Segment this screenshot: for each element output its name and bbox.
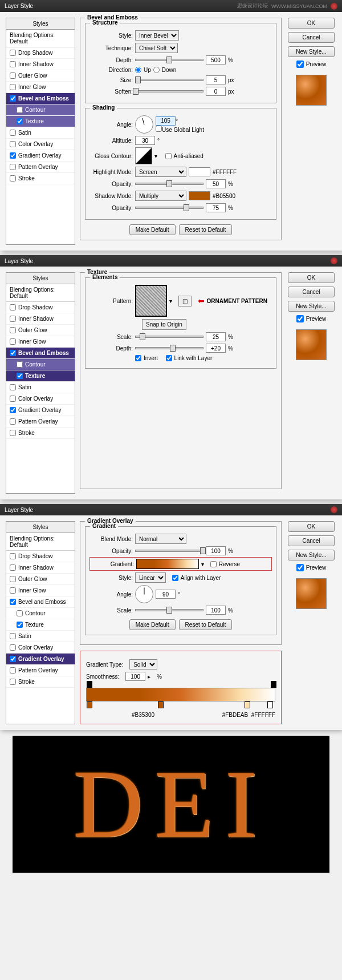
style-color-overlay[interactable]: Color Overlay	[6, 642, 75, 654]
style-satin[interactable]: Satin	[6, 631, 75, 642]
texture-depth-input[interactable]	[206, 344, 226, 353]
style-texture[interactable]: Texture	[6, 619, 75, 631]
new-style-button[interactable]: New Style...	[288, 46, 335, 57]
grad-scale-input[interactable]	[206, 606, 226, 615]
highlight-opacity-slider[interactable]	[135, 183, 203, 185]
preview-check[interactable]	[296, 564, 304, 571]
preview-check[interactable]	[296, 61, 304, 68]
style-bevel-emboss[interactable]: Bevel and Emboss	[6, 348, 75, 359]
shadow-mode-select[interactable]: Multiply	[135, 191, 186, 201]
depth-input[interactable]	[206, 55, 226, 64]
ok-button[interactable]: OK	[288, 272, 335, 283]
style-bevel-emboss[interactable]: Bevel and Emboss	[6, 596, 75, 608]
highlight-opacity-input[interactable]	[206, 179, 226, 188]
reset-default-button[interactable]: Reset to Default	[179, 619, 233, 630]
style-gradient-overlay[interactable]: Gradient Overlay	[6, 654, 75, 665]
style-pattern-overlay[interactable]: Pattern Overlay	[6, 416, 75, 428]
ok-button[interactable]: OK	[288, 521, 335, 532]
style-drop-shadow[interactable]: Drop Shadow	[6, 302, 75, 313]
soften-slider[interactable]	[135, 90, 203, 92]
grad-type-select[interactable]: Solid	[129, 659, 157, 670]
direction-up[interactable]	[135, 67, 141, 73]
highlight-color-swatch[interactable]	[189, 167, 210, 176]
shadow-opacity-slider[interactable]	[135, 207, 203, 209]
style-stroke[interactable]: Stroke	[6, 676, 75, 688]
style-inner-glow[interactable]: Inner Glow	[6, 336, 75, 348]
style-contour[interactable]: Contour	[6, 359, 75, 370]
altitude-input[interactable]	[135, 136, 155, 145]
antialiased-check[interactable]	[165, 153, 172, 159]
make-default-button[interactable]: Make Default	[129, 619, 176, 630]
opacity-stop[interactable]	[271, 681, 276, 688]
style-satin[interactable]: Satin	[6, 382, 75, 393]
style-gradient-overlay[interactable]: Gradient Overlay	[6, 405, 75, 416]
style-inner-glow[interactable]: Inner Glow	[6, 585, 75, 596]
style-gradient-overlay[interactable]: Gradient Overlay	[6, 150, 75, 162]
style-inner-glow[interactable]: Inner Glow	[6, 82, 75, 93]
color-stop[interactable]	[245, 701, 250, 708]
angle-input[interactable]	[156, 116, 176, 126]
smoothness-input[interactable]	[125, 672, 145, 681]
make-default-button[interactable]: Make Default	[129, 224, 176, 235]
style-drop-shadow[interactable]: Drop Shadow	[6, 47, 75, 59]
snap-origin-button[interactable]: Snap to Origin	[142, 319, 186, 330]
bevel-style-select[interactable]: Inner Bevel	[135, 30, 179, 41]
close-icon[interactable]	[331, 257, 337, 264]
highlight-mode-select[interactable]: Screen	[135, 167, 186, 177]
style-color-overlay[interactable]: Color Overlay	[6, 393, 75, 405]
blending-options[interactable]: Blending Options: Default	[6, 30, 75, 47]
style-contour[interactable]: Contour	[6, 608, 75, 619]
style-outer-glow[interactable]: Outer Glow	[6, 325, 75, 336]
grad-angle-input[interactable]	[156, 590, 176, 599]
align-layer-check[interactable]	[172, 575, 178, 581]
cancel-button[interactable]: Cancel	[288, 32, 335, 43]
style-outer-glow[interactable]: Outer Glow	[6, 574, 75, 585]
new-pattern-icon[interactable]: ◫	[178, 296, 192, 306]
link-layer-check[interactable]	[166, 355, 172, 361]
opacity-stop[interactable]	[87, 681, 92, 688]
style-bevel-emboss[interactable]: Bevel and Emboss	[6, 93, 75, 104]
pattern-picker[interactable]	[135, 285, 167, 317]
color-stop[interactable]	[267, 701, 273, 708]
bevel-technique-select[interactable]: Chisel Soft	[135, 43, 178, 53]
global-light-check[interactable]	[156, 126, 162, 132]
style-color-overlay[interactable]: Color Overlay	[6, 139, 75, 150]
texture-scale-slider[interactable]	[135, 336, 203, 338]
size-input[interactable]	[206, 75, 226, 84]
reset-default-button[interactable]: Reset to Default	[179, 224, 233, 235]
preview-check[interactable]	[296, 315, 304, 322]
grad-opacity-slider[interactable]	[135, 550, 203, 552]
style-satin[interactable]: Satin	[6, 127, 75, 139]
shadow-color-swatch[interactable]	[189, 191, 210, 200]
style-stroke[interactable]: Stroke	[6, 428, 75, 439]
gloss-contour-picker[interactable]	[135, 147, 152, 164]
grad-opacity-input[interactable]	[206, 546, 226, 555]
gradient-picker[interactable]	[136, 559, 199, 569]
shadow-opacity-input[interactable]	[206, 203, 226, 212]
close-icon[interactable]	[331, 506, 337, 513]
grad-angle-dial[interactable]	[135, 585, 153, 603]
size-slider[interactable]	[135, 79, 203, 81]
style-pattern-overlay[interactable]: Pattern Overlay	[6, 162, 75, 173]
style-inner-shadow[interactable]: Inner Shadow	[6, 313, 75, 325]
style-drop-shadow[interactable]: Drop Shadow	[6, 551, 75, 562]
new-style-button[interactable]: New Style...	[288, 550, 335, 560]
color-stop[interactable]	[158, 701, 164, 708]
cancel-button[interactable]: Cancel	[288, 535, 335, 546]
soften-input[interactable]	[206, 87, 226, 96]
style-stroke[interactable]: Stroke	[6, 173, 75, 184]
grad-style-select[interactable]: Linear	[135, 572, 166, 583]
reverse-check[interactable]	[210, 561, 217, 567]
invert-check[interactable]	[135, 355, 141, 361]
color-stop[interactable]	[87, 701, 92, 708]
blend-mode-select[interactable]: Normal	[135, 534, 186, 544]
grad-scale-slider[interactable]	[135, 609, 203, 611]
close-icon[interactable]	[331, 3, 337, 10]
angle-dial[interactable]	[135, 115, 153, 134]
style-contour[interactable]: Contour	[6, 104, 75, 116]
texture-scale-input[interactable]	[206, 332, 226, 341]
gradient-bar-editor[interactable]	[86, 688, 275, 701]
style-texture[interactable]: Texture	[6, 116, 75, 127]
texture-depth-slider[interactable]	[135, 347, 203, 349]
style-texture[interactable]: Texture	[6, 370, 75, 382]
